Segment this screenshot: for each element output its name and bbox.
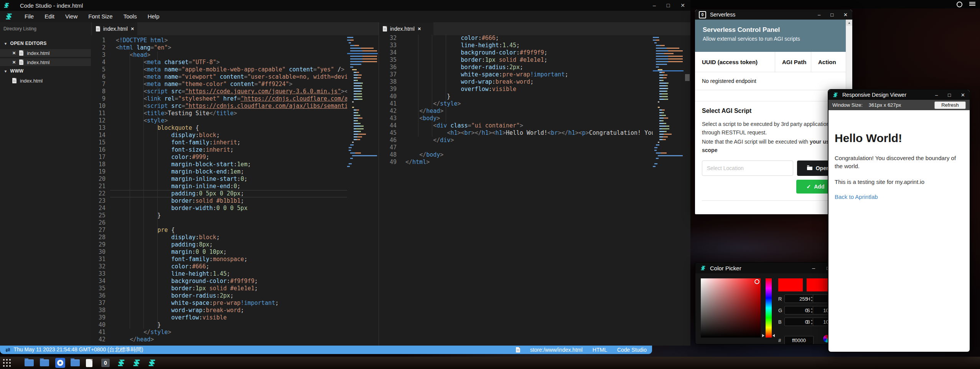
field-label: B	[807, 319, 813, 325]
table-header-agi-path: AGI Path	[775, 52, 811, 72]
pane-divider[interactable]	[379, 22, 379, 346]
section-heading: Select AGI Script	[702, 108, 839, 114]
close-icon[interactable]: ✕	[12, 51, 16, 56]
scroll-up-icon[interactable]: ▲	[846, 20, 852, 26]
document-app-icon[interactable]	[86, 358, 92, 367]
field-label: H	[807, 296, 813, 302]
tab-index-html[interactable]: index.html ✕	[379, 22, 433, 35]
menu-help[interactable]: Help	[142, 11, 165, 22]
minimize-icon[interactable]: –	[818, 12, 820, 18]
close-icon[interactable]: ✕	[680, 2, 685, 8]
file-label: index.html	[27, 60, 49, 65]
hue-marker-right-icon[interactable]	[772, 334, 775, 337]
restore-icon[interactable]: □	[667, 2, 670, 8]
code-studio-app-icon[interactable]	[147, 358, 156, 367]
hue-marker-left-icon[interactable]	[762, 334, 764, 337]
sidebar-sections: ▾OPEN EDITORS✕index.html✕index.html▾WWWi…	[0, 40, 91, 86]
sidebar-section-www[interactable]: ▾WWW	[0, 68, 91, 74]
sidebar-section-open-editors[interactable]: ▾OPEN EDITORS	[0, 40, 91, 47]
table-header-action: Action	[811, 52, 846, 72]
hex-input[interactable]: ff0000	[784, 336, 814, 344]
sv-selector-ring[interactable]	[754, 279, 759, 284]
code-studio-logo-icon	[5, 12, 13, 21]
warning-text: Misuse of serverless function might affe…	[695, 207, 846, 214]
desktop: Code Studio - index.html – □ ✕ FileEditV…	[0, 0, 980, 369]
color-picker-title: Color Picker	[710, 265, 741, 271]
code-editor[interactable]: color:#666; line-height:1.45; background…	[400, 35, 653, 166]
saturation-value-square[interactable]	[701, 278, 761, 338]
menu-file[interactable]: File	[19, 11, 39, 22]
sidebar-header: Directory Listing	[3, 26, 36, 31]
file-manager-window-icon[interactable]	[40, 358, 49, 367]
status-bar: ⇄ Thu May 11 2023 21:54:48 GMT+0800 (台北標…	[0, 346, 652, 354]
refresh-button[interactable]: Refresh	[934, 101, 966, 109]
app-window-title: Code Studio - index.html	[20, 2, 83, 9]
system-menu-icon[interactable]	[969, 2, 975, 7]
close-icon[interactable]: ✕	[418, 26, 421, 31]
viewer-titlebar[interactable]: Responsive Design Viewer – □ ✕	[828, 90, 970, 100]
code-studio-logo-icon	[700, 265, 706, 271]
field-label: G	[778, 308, 784, 313]
close-icon[interactable]: ✕	[131, 26, 134, 31]
app-titlebar[interactable]: Code Studio - index.html – □ ✕	[0, 0, 690, 11]
table-header-uuid-access-token-: UUID (access token)	[695, 52, 775, 72]
close-icon[interactable]: ✕	[843, 12, 848, 18]
file-manager-window-icon[interactable]	[25, 358, 34, 367]
viewer-window-title: Responsive Design Viewer	[842, 92, 906, 98]
endpoint-table-header: UUID (access token)AGI PathAction	[695, 52, 846, 72]
sync-status-icon[interactable]	[957, 2, 962, 7]
window-size-value: 361px x 627px	[869, 102, 901, 108]
editor-area: index.html ✕ index.html ✕ 12345678910111…	[91, 22, 690, 346]
file-manager-window-icon[interactable]	[71, 358, 80, 367]
menu-view[interactable]: View	[60, 11, 83, 22]
file-icon	[19, 60, 23, 65]
sidebar-item-index.html[interactable]: ✕index.html	[0, 49, 91, 57]
status-file-path[interactable]: store:/www/index.html	[530, 347, 583, 353]
swap-arrows-icon: ⇄	[5, 346, 10, 353]
menu-edit[interactable]: Edit	[39, 11, 60, 22]
folder-icon	[807, 167, 812, 170]
minimize-icon[interactable]: –	[935, 92, 938, 98]
code-studio-app-icon[interactable]	[117, 358, 126, 367]
sidebar-item-index.html[interactable]: index.html	[0, 77, 91, 84]
maximize-icon[interactable]: □	[948, 92, 951, 98]
hue-strip[interactable]	[766, 278, 772, 338]
minimize-icon[interactable]: –	[653, 2, 656, 8]
minimap[interactable]	[347, 37, 378, 169]
line-number-gutter: 1234567891011121314151617181920212223242…	[91, 37, 109, 343]
hex-label: #	[778, 338, 784, 343]
select-agi-script-section: Select AGI Script Select a script to be …	[695, 101, 846, 207]
line-number-gutter: 323334353637383940414243444546474849	[380, 35, 400, 166]
close-icon[interactable]: ✕	[12, 60, 16, 65]
menu-font-size[interactable]: Font Size	[83, 11, 118, 22]
minimap[interactable]	[653, 37, 684, 169]
page-paragraph: Congratulation! You discovered the bound…	[835, 154, 961, 170]
file-icon	[383, 26, 387, 31]
media-app-icon[interactable]	[55, 358, 65, 367]
serverless-app-icon[interactable]: 0	[101, 358, 110, 367]
close-icon[interactable]: ✕	[961, 92, 965, 98]
maximize-icon[interactable]: □	[830, 12, 833, 18]
tab-index-html[interactable]: index.html ✕	[92, 22, 137, 35]
file-sidebar: Directory Listing ▾OPEN EDITORS✕index.ht…	[0, 22, 91, 346]
sidebar-item-index.html[interactable]: ✕index.html	[0, 58, 91, 66]
code-studio-window: Code Studio - index.html – □ ✕ FileEditV…	[0, 0, 690, 346]
minimize-icon[interactable]: –	[812, 265, 815, 271]
agi-script-location-input[interactable]	[702, 161, 793, 176]
menu-tools[interactable]: Tools	[118, 11, 142, 22]
app-launcher-icon[interactable]	[3, 358, 11, 367]
field-label: B	[778, 319, 784, 325]
file-label: index.html	[27, 50, 49, 56]
scrollbar-thumb[interactable]	[685, 74, 690, 81]
code-studio-logo-icon	[3, 2, 10, 9]
code-studio-app-icon[interactable]	[132, 358, 141, 367]
serverless-window-title: Serverless	[710, 12, 735, 18]
color-picker-window: Color Picker – □ R255▴▾G0▴▾B0▴▾ H0▴▾S100…	[695, 262, 841, 344]
responsive-viewer-window: Responsive Design Viewer – □ ✕ Window Si…	[828, 89, 970, 352]
status-file-type[interactable]: HTML	[593, 347, 607, 353]
color-picker-titlebar[interactable]: Color Picker – □	[695, 263, 840, 273]
back-to-aprintlab-link[interactable]: Back to Aprintlab	[835, 194, 878, 200]
code-editor[interactable]: <!DOCTYPE html><html lang="en"> <head> <…	[111, 37, 347, 343]
serverless-titlebar[interactable]: 0 Serverless – □ ✕	[695, 10, 852, 20]
section-note: Note that the AGI script will be execute…	[702, 137, 842, 154]
